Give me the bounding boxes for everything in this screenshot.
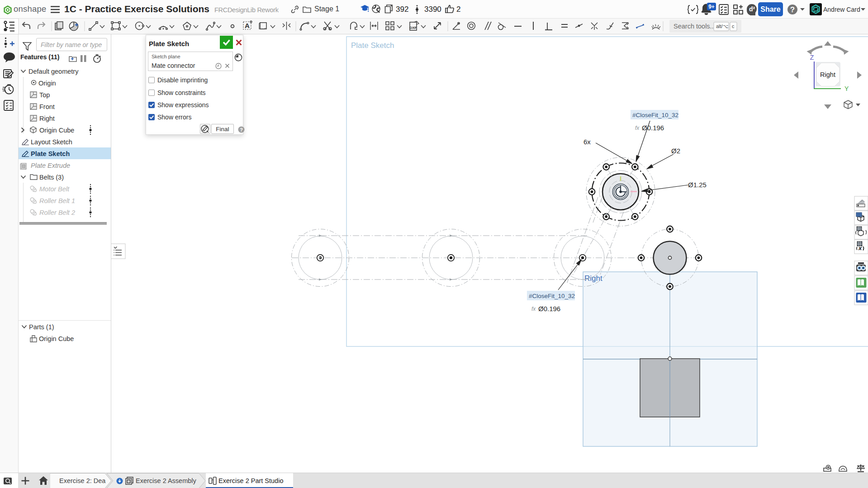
svg-text:alt/⌥: alt/⌥ xyxy=(716,24,728,29)
svg-text:9+: 9+ xyxy=(708,4,715,10)
svg-text:#CloseFit_10_32: #CloseFit_10_32 xyxy=(529,293,575,299)
svg-text:#CloseFit_10_32: #CloseFit_10_32 xyxy=(632,112,678,118)
svg-text:x: x xyxy=(858,245,862,251)
svg-text:Z: Z xyxy=(810,54,814,61)
svg-text:DXF: DXF xyxy=(410,26,417,30)
svg-text:Right: Right xyxy=(820,71,835,78)
svg-text:Right: Right xyxy=(584,274,602,283)
svg-text:c: c xyxy=(732,24,735,29)
svg-text:fx: fx xyxy=(531,306,536,312)
svg-text:Ø0.196: Ø0.196 xyxy=(642,124,664,132)
svg-text:Y: Y xyxy=(844,85,849,92)
svg-text:fx: fx xyxy=(635,125,640,131)
svg-text:Plate Sketch: Plate Sketch xyxy=(351,41,394,50)
svg-text:Search tools...: Search tools... xyxy=(674,23,716,30)
svg-text:Ø1.25: Ø1.25 xyxy=(688,181,707,189)
svg-text:Ø0.196: Ø0.196 xyxy=(538,305,560,313)
svg-text:A: A xyxy=(245,22,250,29)
svg-text:6x: 6x xyxy=(583,138,591,146)
svg-text:?: ? xyxy=(790,5,795,14)
svg-text:?: ? xyxy=(240,127,243,133)
svg-text:d²: d² xyxy=(749,5,755,13)
svg-text:Ø2: Ø2 xyxy=(671,147,680,155)
